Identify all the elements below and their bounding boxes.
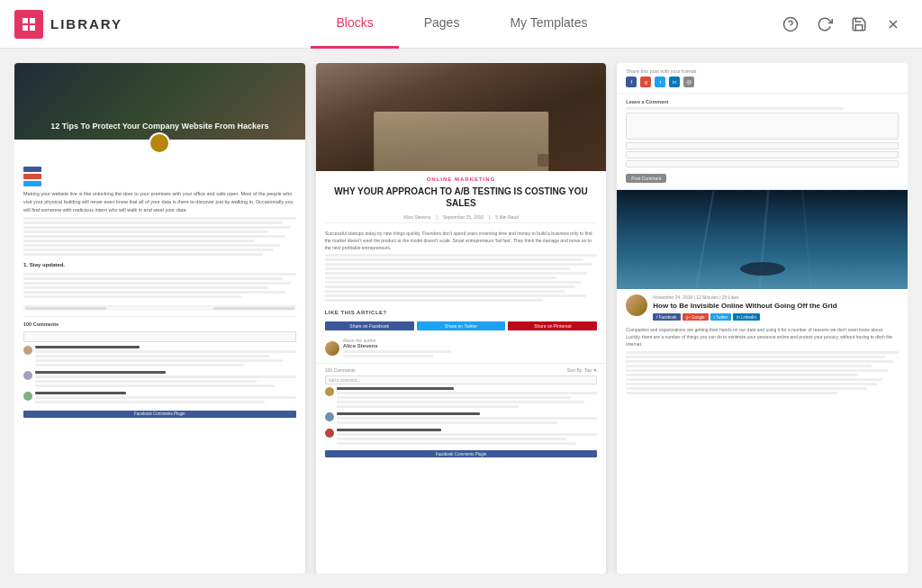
name-field[interactable] xyxy=(626,142,899,149)
email-field[interactable] xyxy=(626,151,899,158)
svg-rect-0 xyxy=(23,18,28,23)
card3-g-button[interactable]: g+ Google xyxy=(682,313,709,321)
svg-rect-1 xyxy=(30,18,35,23)
twitter-button[interactable] xyxy=(23,181,41,186)
share-pinterest[interactable]: Share on Pinterest xyxy=(508,321,597,330)
logo-text: LIBRARY xyxy=(50,16,122,32)
header-actions xyxy=(762,10,922,39)
header: LIBRARY Blocks Pages My Templates xyxy=(0,0,922,49)
share-twitter[interactable]: Share on Twitter xyxy=(417,321,506,330)
template-card-3[interactable]: Share this post with your friends f g t … xyxy=(617,63,908,574)
share-google-icon[interactable]: g xyxy=(640,77,651,87)
tab-blocks[interactable]: Blocks xyxy=(311,0,398,49)
like-article-label: Like This Article? xyxy=(316,307,607,318)
comment-item-1 xyxy=(325,387,598,410)
refresh-button[interactable] xyxy=(810,10,839,39)
card3-tw-button[interactable]: t Twitter xyxy=(710,313,732,321)
share-buttons: Share on Facebook Share on Twitter Share… xyxy=(325,321,598,330)
logo-icon xyxy=(14,10,43,39)
card2-content: PRO Online Marketing WHY YOUR APPROACH T… xyxy=(316,63,607,574)
card3-share-icons: f g t in @ xyxy=(626,77,899,87)
website-field[interactable] xyxy=(626,160,899,167)
card3-comment-box: Leave a Comment Post Comment xyxy=(617,94,908,190)
share-facebook-icon[interactable]: f xyxy=(626,77,637,87)
card3-fb-button[interactable]: f Facebook xyxy=(653,313,680,321)
save-button[interactable] xyxy=(845,10,873,39)
template-card-1[interactable]: 12 Tips To Protect Your Company Website … xyxy=(14,63,305,574)
card2-meta: Alice Stevens | September 15, 2016 | 5 M… xyxy=(316,214,607,220)
card1-text: Making your website live is like unlocki… xyxy=(23,190,296,213)
card2-author-section: About the author Alice Stevens xyxy=(316,334,607,363)
svg-rect-2 xyxy=(23,25,28,31)
tab-pages[interactable]: Pages xyxy=(399,0,485,49)
card3-content: Share this post with your friends f g t … xyxy=(617,63,908,574)
comment-item-3 xyxy=(23,392,296,405)
close-button[interactable] xyxy=(879,10,908,39)
facebook-button[interactable] xyxy=(23,167,41,172)
tab-my-templates[interactable]: My Templates xyxy=(484,0,612,49)
card3-author-section: November 24, 2016 | 12 Minutes | 25 Like… xyxy=(617,289,908,326)
help-button[interactable] xyxy=(776,10,805,39)
share-email-icon[interactable]: @ xyxy=(683,77,694,87)
share-linkedin-icon[interactable]: in xyxy=(669,77,680,87)
card1-body: Making your website live is like unlocki… xyxy=(14,158,305,427)
card3-post-info: November 24, 2016 | 12 Minutes | 25 Like… xyxy=(653,294,899,321)
comment-fields xyxy=(626,142,899,167)
card3-social-row: f Facebook g+ Google t Twitter in Linked… xyxy=(653,313,899,321)
card2-author-info: About the author Alice Stevens xyxy=(343,338,451,359)
card3-hero: PRO xyxy=(617,190,908,289)
share-twitter-icon[interactable]: t xyxy=(655,77,665,87)
card2-author-avatar xyxy=(325,341,339,356)
card2-hero xyxy=(316,63,607,171)
card3-li-button[interactable]: in LinkedIn xyxy=(733,313,760,321)
google-button[interactable] xyxy=(23,174,41,179)
template-card-2[interactable]: PRO Online Marketing WHY YOUR APPROACH T… xyxy=(316,63,607,574)
comment-textarea[interactable] xyxy=(626,113,899,140)
card2-title: WHY YOUR APPROACH TO A/B TESTING IS COST… xyxy=(316,182,607,213)
tabs: Blocks Pages My Templates xyxy=(162,0,762,49)
comment-item-2 xyxy=(325,412,598,426)
card2-comments-section: 100 Comments Sort By: Top ▼ Add a commen… xyxy=(316,363,607,461)
share-facebook[interactable]: Share on Facebook xyxy=(325,321,414,330)
svg-rect-3 xyxy=(30,25,35,31)
comment-item-2 xyxy=(23,371,296,389)
card2-body: Successful startups today try new things… xyxy=(316,226,607,307)
card1-comments: 100 Comments xyxy=(23,316,296,421)
card1-author-avatar xyxy=(149,132,170,154)
card1-content: 12 Tips To Protect Your Company Website … xyxy=(14,63,305,574)
logo-area: LIBRARY xyxy=(0,10,162,39)
card1-social-buttons xyxy=(23,167,296,186)
post-comment-button[interactable]: Post Comment xyxy=(626,174,666,183)
comment-item-1 xyxy=(23,346,296,368)
comments-count: 100 Comments xyxy=(23,321,296,329)
comment-item-3 xyxy=(325,429,598,447)
card3-share-top: Share this post with your friends f g t … xyxy=(617,63,908,94)
template-grid: 12 Tips To Protect Your Company Website … xyxy=(14,63,908,574)
card3-author-avatar xyxy=(626,294,647,316)
content-area: 12 Tips To Protect Your Company Website … xyxy=(0,49,922,588)
card3-body: Companies and organizations are getting … xyxy=(617,326,908,402)
